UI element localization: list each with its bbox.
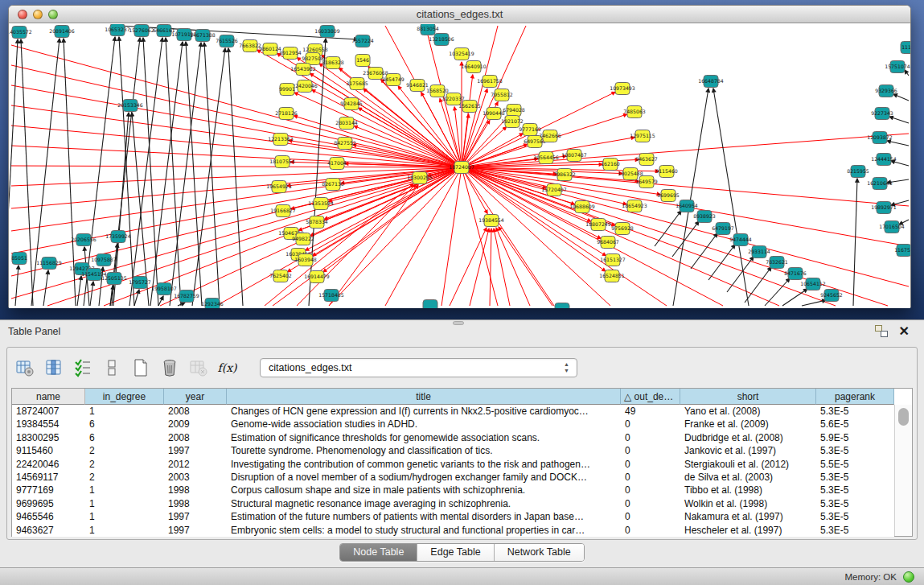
table-cell[interactable]: 1998 bbox=[164, 484, 227, 496]
table-cell[interactable]: 2 bbox=[85, 458, 164, 471]
table-cell[interactable]: 18724007 bbox=[12, 405, 85, 418]
table-cell[interactable]: Estimation of the future numbers of pati… bbox=[227, 510, 621, 523]
show-columns-icon[interactable] bbox=[43, 357, 64, 379]
citation-network-graph[interactable]: 1403557220891406106532371527606264661611… bbox=[9, 24, 910, 308]
table-cell[interactable]: 22420046 bbox=[12, 458, 85, 471]
table-cell[interactable]: Dudbridge et al. (2008) bbox=[680, 431, 816, 444]
table-cell[interactable]: 6 bbox=[85, 431, 164, 444]
float-window-icon[interactable] bbox=[875, 325, 888, 337]
table-cell[interactable]: Franke et al. (2009) bbox=[680, 418, 816, 431]
graph-node[interactable]: 10654112 bbox=[800, 278, 826, 290]
table-cell[interactable]: 1 bbox=[85, 405, 164, 418]
table-cell[interactable]: 2008 bbox=[164, 405, 227, 418]
table-cell[interactable]: 18300295 bbox=[12, 431, 85, 444]
table-cell[interactable]: 2008 bbox=[164, 431, 227, 444]
table-cell[interactable]: 0 bbox=[621, 497, 680, 510]
table-cell[interactable]: 2 bbox=[85, 471, 164, 484]
table-cell[interactable]: 19384554 bbox=[12, 418, 85, 431]
graph-node[interactable]: 9463627 bbox=[635, 154, 658, 166]
graph-node[interactable]: 19654923 bbox=[266, 181, 292, 193]
zoom-button[interactable] bbox=[48, 10, 58, 19]
table-cell[interactable]: 1 bbox=[85, 524, 164, 537]
column-header-title[interactable]: title bbox=[227, 389, 621, 405]
table-cell[interactable]: 0 bbox=[621, 418, 680, 431]
graph-node[interactable]: 9227343 bbox=[871, 108, 893, 120]
tab-edge-table[interactable]: Edge Table bbox=[417, 544, 494, 561]
graph-node[interactable]: 16782759 bbox=[174, 290, 199, 303]
table-cell[interactable]: 9465546 bbox=[12, 510, 85, 523]
graph-node[interactable]: 6479197 bbox=[712, 223, 734, 235]
column-header-in_degree[interactable]: in_degree bbox=[85, 389, 164, 405]
graph-node[interactable]: 7485063 bbox=[623, 106, 646, 118]
table-cell[interactable]: Changes of HCN gene expression and I(f) … bbox=[227, 405, 621, 418]
graph-node[interactable]: 16640910 bbox=[461, 61, 487, 73]
table-cell[interactable]: 1997 bbox=[164, 510, 227, 523]
table-settings-icon[interactable] bbox=[14, 357, 35, 379]
column-header-out_de[interactable]: △ out_de… bbox=[621, 389, 680, 405]
graph-node[interactable]: 1649579 bbox=[635, 176, 658, 188]
table-cell[interactable]: 2 bbox=[85, 444, 164, 457]
column-header-year[interactable]: year bbox=[164, 389, 227, 405]
graph-node[interactable]: 16151327 bbox=[600, 254, 626, 266]
close-button[interactable] bbox=[18, 10, 27, 19]
graph-node[interactable]: 99901 bbox=[279, 84, 295, 96]
graph-node[interactable]: 10325419 bbox=[449, 48, 474, 60]
graph-node[interactable]: 3175685 bbox=[346, 78, 368, 90]
table-cell[interactable]: 9699695 bbox=[12, 497, 85, 510]
graph-node[interactable]: 2933114 bbox=[748, 246, 770, 258]
graph-node[interactable]: 8912954 bbox=[279, 47, 302, 60]
column-header-short[interactable]: short bbox=[680, 389, 816, 405]
table-cell[interactable]: 2009 bbox=[164, 418, 227, 431]
window-titlebar[interactable]: citations_edges.txt bbox=[9, 6, 910, 23]
select-columns-icon[interactable] bbox=[72, 357, 93, 379]
scrollbar-thumb[interactable] bbox=[898, 408, 909, 426]
table-cell[interactable]: 0 bbox=[621, 484, 680, 496]
table-cell[interactable]: Disruption of a novel member of a sodium… bbox=[227, 471, 621, 484]
table-cell[interactable]: 9115460 bbox=[12, 444, 85, 457]
table-cell[interactable]: 0 bbox=[621, 431, 680, 444]
table-cell[interactable]: 5.9E-5 bbox=[816, 431, 894, 444]
table-cell[interactable]: Embryonic stem cells: a model to study s… bbox=[227, 524, 621, 537]
graph-node[interactable]: 9146821 bbox=[406, 80, 429, 92]
graph-node[interactable]: 16914479 bbox=[304, 271, 330, 283]
network-canvas[interactable]: 1403557220891406106532371527606264661611… bbox=[9, 24, 910, 308]
graph-node[interactable]: 18807249 bbox=[585, 219, 611, 231]
table-cell[interactable]: Structural magnetic resonance image aver… bbox=[227, 497, 621, 510]
graph-node[interactable]: 16648784 bbox=[698, 76, 724, 88]
table-selector-dropdown[interactable]: citations_edges.txt ▲▼ bbox=[260, 358, 577, 377]
table-cell[interactable]: 5.5E-5 bbox=[816, 458, 894, 471]
graph-node[interactable]: 8471676 bbox=[784, 268, 807, 280]
graph-node[interactable]: 7986322 bbox=[553, 169, 576, 181]
table-cell[interactable]: 5.3E-5 bbox=[816, 444, 894, 457]
table-cell[interactable]: Nakamura et al. (1997) bbox=[680, 510, 816, 523]
panel-splitter-handle[interactable] bbox=[453, 321, 464, 325]
table-cell[interactable]: 2012 bbox=[164, 458, 227, 471]
graph-node[interactable]: 10653237 bbox=[105, 24, 130, 36]
graph-node[interactable]: 85051 bbox=[11, 253, 27, 265]
table-cell[interactable]: 0 bbox=[621, 458, 680, 471]
graph-node[interactable]: 14035572 bbox=[9, 27, 32, 39]
table-cell[interactable]: 9463627 bbox=[12, 524, 85, 537]
graph-node[interactable] bbox=[423, 300, 437, 309]
table-cell[interactable]: 0 bbox=[621, 510, 680, 523]
graph-node[interactable]: 7832621 bbox=[766, 257, 788, 269]
table-cell[interactable]: Investigating the contribution of common… bbox=[227, 458, 621, 471]
graph-node[interactable]: 12975115 bbox=[630, 130, 655, 142]
tab-network-table[interactable]: Network Table bbox=[495, 544, 584, 561]
table-cell[interactable]: 0 bbox=[621, 471, 680, 484]
graph-node[interactable]: 18107554 bbox=[269, 156, 295, 168]
table-cell[interactable]: Stergiakouli et al. (2012) bbox=[680, 458, 816, 471]
graph-node[interactable]: 1640954 bbox=[676, 200, 698, 212]
new-table-icon[interactable] bbox=[129, 357, 151, 379]
table-cell[interactable]: Jankovic et al. (1997) bbox=[680, 444, 816, 457]
graph-node[interactable]: 16210643 bbox=[867, 178, 893, 190]
table-cell[interactable]: Genome-wide association studies in ADHD. bbox=[227, 418, 621, 431]
table-cell[interactable]: 14569117 bbox=[12, 471, 85, 484]
table-cell[interactable]: Tibbo et al. (1998) bbox=[680, 484, 816, 496]
table-cell[interactable]: 1998 bbox=[164, 497, 227, 510]
table-cell[interactable]: 5.3E-5 bbox=[816, 484, 894, 496]
graph-node[interactable]: 10688609 bbox=[569, 201, 595, 213]
graph-node[interactable]: 9245652 bbox=[820, 290, 843, 302]
table-cell[interactable]: 5.3E-5 bbox=[816, 524, 894, 537]
row-height-icon[interactable] bbox=[101, 357, 122, 379]
